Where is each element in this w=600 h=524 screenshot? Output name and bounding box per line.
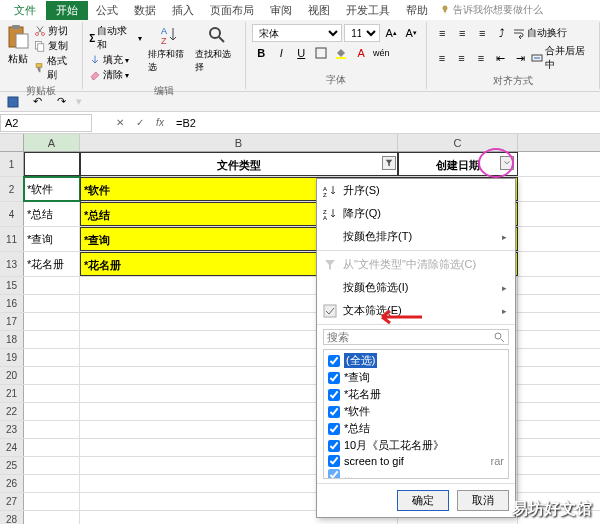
- filter-dropdown-createdate[interactable]: [500, 156, 514, 170]
- select-all-corner[interactable]: [0, 134, 24, 151]
- cell[interactable]: [24, 385, 80, 402]
- align-middle-button[interactable]: ≡: [453, 24, 471, 42]
- formula-input[interactable]: [172, 117, 318, 129]
- font-color-button[interactable]: A: [352, 44, 370, 62]
- cell[interactable]: [24, 367, 80, 384]
- fill-color-button[interactable]: [332, 44, 350, 62]
- row-header[interactable]: 18: [0, 331, 24, 348]
- copy-button[interactable]: 复制: [34, 39, 76, 53]
- row-header[interactable]: 22: [0, 403, 24, 420]
- cell[interactable]: [24, 475, 80, 492]
- autosum-button[interactable]: Σ 自动求和 ▾: [89, 24, 142, 52]
- cell[interactable]: [24, 403, 80, 420]
- row-header[interactable]: 24: [0, 439, 24, 456]
- cell[interactable]: [24, 331, 80, 348]
- filter-dropdown-filetype[interactable]: [382, 156, 396, 170]
- align-right-button[interactable]: ≡: [472, 49, 490, 67]
- row-header[interactable]: 28: [0, 511, 24, 524]
- col-header-B[interactable]: B: [80, 134, 398, 151]
- tab-review[interactable]: 审阅: [262, 1, 300, 20]
- bold-button[interactable]: B: [252, 44, 270, 62]
- filter-ok-button[interactable]: 确定: [397, 490, 449, 511]
- filter-check-item[interactable]: *总结: [326, 420, 506, 437]
- row-header[interactable]: 19: [0, 349, 24, 366]
- decrease-indent-button[interactable]: ⇤: [492, 49, 510, 67]
- filter-check-item[interactable]: *查询: [326, 369, 506, 386]
- tab-help[interactable]: 帮助: [398, 1, 436, 20]
- col-header-C[interactable]: C: [398, 134, 518, 151]
- cell[interactable]: *软件: [24, 177, 80, 201]
- row-header[interactable]: 21: [0, 385, 24, 402]
- fx-button[interactable]: fx: [152, 117, 168, 128]
- cell[interactable]: *总结: [24, 202, 80, 226]
- row-header[interactable]: 25: [0, 457, 24, 474]
- tab-view[interactable]: 视图: [300, 1, 338, 20]
- filter-values-list[interactable]: (全选) *查询*花名册*软件*总结10月《员工花名册》 screen to g…: [323, 349, 509, 479]
- filter-check-item[interactable]: *花名册: [326, 386, 506, 403]
- cut-button[interactable]: 剪切: [34, 24, 76, 38]
- format-painter-button[interactable]: 格式刷: [34, 54, 76, 82]
- tab-home[interactable]: 开始: [46, 1, 88, 20]
- filter-cancel-button[interactable]: 取消: [457, 490, 509, 511]
- row-header[interactable]: 17: [0, 313, 24, 330]
- fill-button[interactable]: 填充 ▾: [89, 53, 142, 67]
- sort-filter-button[interactable]: AZ 排序和筛选: [148, 24, 192, 82]
- cell[interactable]: [24, 295, 80, 312]
- tell-me[interactable]: 告诉我你想要做什么: [440, 3, 543, 17]
- align-center-button[interactable]: ≡: [453, 49, 471, 67]
- cancel-formula-button[interactable]: ✕: [112, 117, 128, 128]
- row-header[interactable]: 15: [0, 277, 24, 294]
- row-header[interactable]: 1: [0, 152, 24, 176]
- font-size-select[interactable]: 11: [344, 24, 380, 42]
- enter-formula-button[interactable]: ✓: [132, 117, 148, 128]
- phonetic-button[interactable]: wén: [372, 44, 390, 62]
- row-header[interactable]: 4: [0, 202, 24, 226]
- increase-font-button[interactable]: A▴: [382, 24, 400, 42]
- tab-formulas[interactable]: 公式: [88, 1, 126, 20]
- row-header[interactable]: 23: [0, 421, 24, 438]
- row-header[interactable]: 16: [0, 295, 24, 312]
- orientation-button[interactable]: ⤴: [493, 24, 511, 42]
- sort-desc-item[interactable]: ZA 降序(Q): [317, 202, 515, 225]
- qat-redo-button[interactable]: ↷: [52, 93, 70, 111]
- font-name-select[interactable]: 宋体: [252, 24, 342, 42]
- row-header[interactable]: 13: [0, 252, 24, 276]
- cell[interactable]: *花名册: [24, 252, 80, 276]
- filter-check-item[interactable]: *软件: [326, 403, 506, 420]
- tab-developer[interactable]: 开发工具: [338, 1, 398, 20]
- cell[interactable]: [24, 511, 80, 524]
- row-header[interactable]: 11: [0, 227, 24, 251]
- qat-save-button[interactable]: [4, 93, 22, 111]
- sort-by-color-item[interactable]: 按颜色排序(T)▸: [317, 225, 515, 248]
- border-button[interactable]: [312, 44, 330, 62]
- row-header[interactable]: 20: [0, 367, 24, 384]
- cell[interactable]: [24, 439, 80, 456]
- tab-insert[interactable]: 插入: [164, 1, 202, 20]
- row-header[interactable]: 27: [0, 493, 24, 510]
- sort-asc-item[interactable]: AZ 升序(S): [317, 179, 515, 202]
- cell[interactable]: [24, 457, 80, 474]
- filter-search-input[interactable]: [327, 331, 493, 343]
- italic-button[interactable]: I: [272, 44, 290, 62]
- align-left-button[interactable]: ≡: [433, 49, 451, 67]
- tab-layout[interactable]: 页面布局: [202, 1, 262, 20]
- tab-file[interactable]: 文件: [4, 1, 46, 20]
- qat-undo-button[interactable]: ↶: [28, 93, 46, 111]
- cell-header-filetype[interactable]: 文件类型: [80, 152, 398, 176]
- row-header[interactable]: 26: [0, 475, 24, 492]
- filter-check-item[interactable]: screen to gif rar: [326, 454, 506, 468]
- cell[interactable]: [24, 152, 80, 176]
- row-header[interactable]: 2: [0, 177, 24, 201]
- text-filter-item[interactable]: 文本筛选(E)▸: [317, 299, 515, 322]
- cell[interactable]: [24, 313, 80, 330]
- clear-button[interactable]: 清除 ▾: [89, 68, 142, 82]
- cell[interactable]: [24, 421, 80, 438]
- find-select-button[interactable]: 查找和选择: [195, 24, 239, 82]
- wrap-text-button[interactable]: 自动换行: [513, 26, 567, 40]
- cell[interactable]: [24, 349, 80, 366]
- filter-search[interactable]: [323, 329, 509, 345]
- align-bottom-button[interactable]: ≡: [473, 24, 491, 42]
- filter-check-item[interactable]: 10月《员工花名册》: [326, 437, 506, 454]
- filter-check-item[interactable]: ...: [326, 468, 506, 479]
- col-header-A[interactable]: A: [24, 134, 80, 151]
